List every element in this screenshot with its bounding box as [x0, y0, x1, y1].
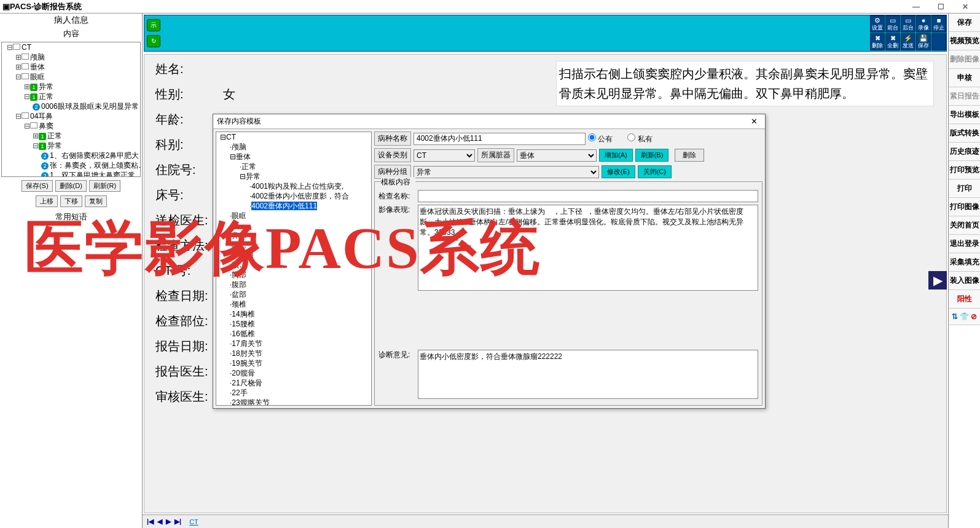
dialog-tree-node[interactable]: ·胸部: [216, 270, 371, 280]
toolbar-全删[interactable]: ✖全删: [885, 33, 900, 50]
dialog-tree-node[interactable]: ·15腰椎: [216, 319, 371, 329]
right-视频预览[interactable]: 视频预览: [949, 32, 980, 50]
tab-nav-next[interactable]: ▶: [164, 518, 173, 526]
tree-node[interactable]: ⊞垂体: [2, 62, 140, 72]
tree-copy-button[interactable]: 复制: [85, 195, 107, 207]
tree-movedown-button[interactable]: 下移: [60, 195, 82, 207]
findings-text[interactable]: 扫描示右侧上颌窦窦腔内少量积液。其余副鼻窦未见明显异常。窦壁骨质未见明显异常。鼻…: [556, 61, 934, 106]
tree-node[interactable]: ⊟鼻窦: [2, 121, 140, 131]
tree-node[interactable]: 21、右侧筛窦积液2鼻甲肥大…: [2, 151, 140, 160]
right-装入图像[interactable]: 装入图像: [949, 272, 980, 290]
tree-node[interactable]: ⊟1正常: [2, 92, 140, 101]
toolbar-后台[interactable]: ▭后台: [901, 15, 915, 33]
close-button[interactable]: 关闭(C): [638, 165, 672, 178]
dialog-close-icon[interactable]: ✕: [747, 117, 761, 126]
delete-button[interactable]: 删除: [675, 149, 704, 162]
dialog-tree-node[interactable]: ·16骶椎: [216, 329, 371, 339]
tree-node[interactable]: ⊞1正常: [2, 131, 140, 141]
right-导出模板[interactable]: 导出模板: [949, 106, 980, 124]
toolbar-green-2[interactable]: ↻: [147, 35, 160, 47]
radio-public[interactable]: 公有: [588, 133, 613, 144]
dialog-tree-node[interactable]: ·20髋骨: [216, 368, 371, 378]
tree-moveup-button[interactable]: 上移: [36, 195, 58, 207]
right-紧日报告[interactable]: 紧日报告: [949, 87, 980, 106]
diagnosis-textarea[interactable]: 垂体内小低密度影，符合垂体微腺瘤222222: [418, 350, 758, 399]
dialog-tree-node[interactable]: ·14胸椎: [216, 309, 371, 319]
dialog-tree-node[interactable]: ·23髋髂关节: [216, 398, 371, 406]
tree-delete-button[interactable]: 删除(D): [55, 180, 87, 192]
dialog-tree-node[interactable]: ·正常: [216, 162, 371, 171]
right-版式转换[interactable]: 版式转换: [949, 124, 980, 143]
right-打印[interactable]: 打印: [949, 179, 980, 198]
toolbar-保存[interactable]: 💾保存: [916, 33, 931, 50]
tree-node[interactable]: ⊟1异常: [2, 141, 140, 151]
dialog-tree-node[interactable]: ·18肘关节: [216, 349, 371, 358]
right-打印预览[interactable]: 打印预览: [949, 161, 980, 179]
toolbar-设置[interactable]: ⚙设置: [870, 15, 885, 33]
refresh-button[interactable]: 刷新(B): [635, 149, 669, 162]
dialog-tree-node[interactable]: ·22手: [216, 388, 371, 398]
disease-name-input[interactable]: [414, 133, 586, 145]
template-tree[interactable]: ⊟CT⊞颅脑⊞垂体⊟眼眶⊞1异常⊟1正常20006眼球及眼眶未见明显异常⊟04耳…: [1, 42, 141, 177]
dialog-tree-node[interactable]: ⊟垂体: [216, 152, 371, 162]
right-关闭首页[interactable]: 关闭首页: [949, 216, 980, 235]
collapse-right-icon[interactable]: ▶: [928, 271, 947, 290]
tree-refresh-button[interactable]: 刷新(R): [89, 180, 120, 192]
organ-select[interactable]: 垂体: [517, 149, 597, 162]
toolbar-停止[interactable]: ■停止: [931, 15, 946, 33]
toolbar-[interactable]: [931, 33, 946, 50]
add-button[interactable]: 增加(A): [599, 149, 633, 162]
tab-nav-last[interactable]: ▶|: [173, 518, 183, 526]
group-select[interactable]: 异常: [414, 166, 599, 178]
positive-button[interactable]: 阳性: [949, 290, 980, 309]
tab-nav-prev[interactable]: ◀: [155, 518, 164, 526]
dialog-tree-node[interactable]: ·21尺桡骨: [216, 378, 371, 388]
icon-buttons[interactable]: ⇅ 👕 ⊘: [949, 309, 980, 325]
tab-ct[interactable]: CT: [183, 518, 205, 526]
device-type-select[interactable]: CT: [414, 149, 475, 162]
dialog-tree-node[interactable]: ·4001鞍内及鞍上占位性病变,: [216, 181, 371, 191]
tree-save-button[interactable]: 保存(S): [22, 180, 53, 192]
window-minimize[interactable]: —: [904, 2, 928, 11]
right-采集填充[interactable]: 采集填充: [949, 253, 980, 272]
right-历史痕迹[interactable]: 历史痕迹: [949, 143, 980, 161]
toolbar-前台[interactable]: ▭前台: [885, 15, 900, 33]
dialog-tree-node[interactable]: ·19腕关节: [216, 358, 371, 368]
dialog-tree-node[interactable]: ·喉…: [216, 240, 371, 250]
dialog-tree-node[interactable]: ·17肩关节: [216, 339, 371, 349]
tree-node[interactable]: ⊟04耳鼻: [2, 111, 140, 121]
right-退出登录[interactable]: 退出登录: [949, 235, 980, 253]
tree-node[interactable]: ⊟CT: [2, 42, 140, 52]
toolbar-green-1[interactable]: 示: [147, 19, 160, 31]
tree-node[interactable]: ⊞1异常: [2, 82, 140, 92]
toolbar-删除[interactable]: ✖删除: [870, 33, 885, 50]
dialog-tree-node[interactable]: ·眼眶: [216, 211, 371, 221]
dialog-tree-node[interactable]: ·颈…: [216, 260, 371, 270]
tree-node[interactable]: ⊞颅脑: [2, 52, 140, 62]
radio-private[interactable]: 私有: [627, 133, 652, 144]
toolbar-录像[interactable]: ●录像: [916, 15, 931, 33]
right-保存[interactable]: 保存: [949, 14, 980, 32]
window-maximize[interactable]: ☐: [928, 2, 953, 11]
dialog-tree-node[interactable]: ·颈椎: [216, 299, 371, 309]
right-删除图像[interactable]: 删除图像: [949, 50, 980, 69]
modify-button[interactable]: 修改(E): [602, 165, 635, 178]
dialog-tree-node[interactable]: ·鼻…: [216, 231, 371, 240]
dialog-tree-node[interactable]: ·颅脑: [216, 142, 371, 152]
dialog-tree-node[interactable]: ·4002垂体内小低密度影，符合: [216, 191, 371, 201]
tree-node[interactable]: ⊟眼眶: [2, 72, 140, 82]
dialog-tree-node[interactable]: ·腹部: [216, 280, 371, 290]
tab-nav-first[interactable]: |◀: [145, 518, 155, 526]
dialog-tree-node[interactable]: ⊟CT: [216, 132, 371, 142]
dialog-tree-node[interactable]: ·颈…: [216, 221, 371, 231]
impression-textarea[interactable]: 垂体冠状面及矢状面扫描：垂体上缘为 ，上下径 ，垂体密度欠均匀。垂体左/右部见小…: [418, 205, 758, 291]
window-close[interactable]: ✕: [953, 2, 978, 11]
dialog-tree-node[interactable]: ·甲状腺: [216, 250, 371, 260]
dialog-tree-node[interactable]: ·4002垂体内小低111: [216, 201, 371, 211]
dialog-tree-node[interactable]: ⊟异常: [216, 171, 371, 181]
right-打印图像[interactable]: 打印图像: [949, 198, 980, 216]
dialog-tree[interactable]: ⊟CT·颅脑⊟垂体·正常⊟异常·4001鞍内及鞍上占位性病变,·4002垂体内小…: [216, 132, 372, 406]
tree-node[interactable]: 20006眼球及眼眶未见明显异常: [2, 101, 140, 111]
tree-node[interactable]: 2张：鼻窦炎，双侧上颌窦粘…: [2, 160, 140, 170]
right-申核[interactable]: 申核: [949, 69, 980, 87]
